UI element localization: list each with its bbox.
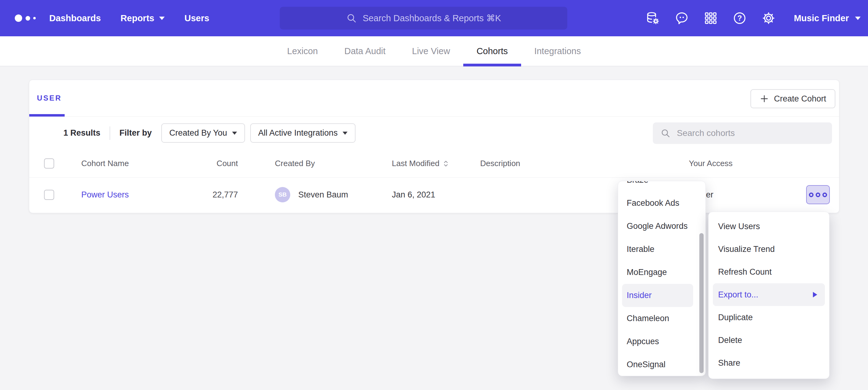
results-count: 1 Results [63,128,100,138]
help-icon[interactable]: ? [732,11,747,26]
export-submenu-list: Braze Facebook Ads Google Adwords Iterab… [618,181,706,376]
mixpanel-logo-dots-icon[interactable] [15,14,36,22]
chevron-down-icon [159,17,165,20]
cohort-count: 22,777 [192,190,275,200]
tab-live-view[interactable]: Live View [399,36,464,66]
plus-icon [760,94,769,103]
scrollbar-thumb[interactable] [699,233,704,373]
created-by-filter-dropdown[interactable]: Created By You [161,123,245,143]
menu-item-refresh-count[interactable]: Refresh Count [713,261,825,283]
menu-item-iterable[interactable]: Iterable [622,238,693,261]
search-icon [346,12,357,24]
menu-item-export-to[interactable]: Export to... [713,283,825,306]
created-by-name: Steven Baum [298,190,348,200]
ellipsis-dot-icon [809,193,813,197]
ellipsis-dot-icon [816,193,820,197]
nav-item-users[interactable]: Users [184,13,209,23]
table-header-row: Cohort Name Count Created By Last Modifi… [29,150,839,178]
menu-item-braze[interactable]: Braze [622,181,693,192]
column-header-count: Count [192,159,275,168]
column-header-description: Description [480,159,689,168]
apps-grid-icon[interactable] [703,11,718,26]
chevron-down-icon [855,17,861,20]
submenu-arrow-icon [813,292,817,297]
filter-row: 1 Results Filter by Created By You All A… [29,117,839,150]
svg-text:?: ? [738,14,742,22]
global-search-input[interactable]: Search Dashboards & Reports ⌘K [280,7,567,30]
row-actions-menu: View Users Visualize Trend Refresh Count… [708,212,830,379]
divider [110,126,110,140]
menu-item-insider[interactable]: Insider [622,284,693,307]
tab-lexicon[interactable]: Lexicon [274,36,331,66]
create-cohort-button[interactable]: Create Cohort [750,89,835,108]
nav-item-dashboards[interactable]: Dashboards [49,13,101,23]
data-management-icon[interactable] [646,11,660,26]
feedback-icon[interactable] [674,11,689,26]
cohort-search-input[interactable]: Search cohorts [653,122,832,144]
filter-by-label: Filter by [119,128,152,138]
account-name: Music Finder [794,13,849,23]
menu-item-facebook-ads[interactable]: Facebook Ads [622,192,693,215]
actions-menu-list: View Users Visualize Trend Refresh Count… [709,212,829,374]
sort-icon [443,160,448,168]
column-header-cohort-name: Cohort Name [81,159,192,168]
last-modified-date: Jan 6, 2021 [392,190,435,200]
account-switcher[interactable]: Music Finder [794,13,861,23]
cohorts-card: USER Create Cohort 1 Results Filter by C… [29,80,839,213]
column-header-last-modified[interactable]: Last Modified [392,159,480,168]
menu-item-share[interactable]: Share [713,352,825,374]
menu-item-view-users[interactable]: View Users [713,215,825,238]
column-header-created-by: Created By [275,159,392,168]
tab-data-audit[interactable]: Data Audit [331,36,399,66]
menu-item-google-adwords[interactable]: Google Adwords [622,215,693,238]
cohort-row-power-users: Power Users 22,777 SB Steven Baum Jan 6,… [29,178,839,212]
cohort-name-link[interactable]: Power Users [81,190,129,199]
primary-nav: Dashboards Reports Users [49,13,209,23]
navbar-right: ? Music Finder [646,11,861,26]
cohort-search-placeholder: Search cohorts [677,128,735,138]
chevron-down-icon [232,132,237,135]
top-navbar: Dashboards Reports Users Search Dashboar… [0,0,868,36]
menu-item-delete[interactable]: Delete [713,329,825,352]
menu-item-moengage[interactable]: MoEngage [622,261,693,284]
settings-gear-icon[interactable] [761,11,776,26]
ellipsis-dot-icon [823,193,827,197]
row-checkbox[interactable] [44,190,54,200]
menu-item-appcues[interactable]: Appcues [622,330,693,353]
menu-item-onesignal[interactable]: OneSignal [622,353,693,376]
tab-integrations[interactable]: Integrations [521,36,594,66]
row-actions-button[interactable] [806,185,830,204]
menu-item-duplicate[interactable]: Duplicate [713,306,825,329]
section-tabbar: Lexicon Data Audit Live View Cohorts Int… [0,36,868,66]
menu-item-visualize-trend[interactable]: Visualize Trend [713,238,825,261]
cohort-type-tabs: USER Create Cohort [29,80,839,117]
tab-user-cohorts[interactable]: USER [37,94,62,102]
menu-item-chameleon[interactable]: Chameleon [622,307,693,330]
screen: Dashboards Reports Users Search Dashboar… [0,0,868,390]
export-to-submenu: Braze Facebook Ads Google Adwords Iterab… [618,181,706,376]
column-header-your-access: Your Access [689,159,786,168]
chevron-down-icon [343,132,347,135]
global-search-placeholder: Search Dashboards & Reports ⌘K [363,13,501,23]
tab-cohorts[interactable]: Cohorts [463,36,521,66]
avatar: SB [275,187,290,202]
search-icon [660,128,671,138]
integrations-filter-dropdown[interactable]: All Active Integrations [250,123,355,143]
select-all-checkbox[interactable] [44,158,54,168]
nav-item-reports[interactable]: Reports [121,13,165,23]
